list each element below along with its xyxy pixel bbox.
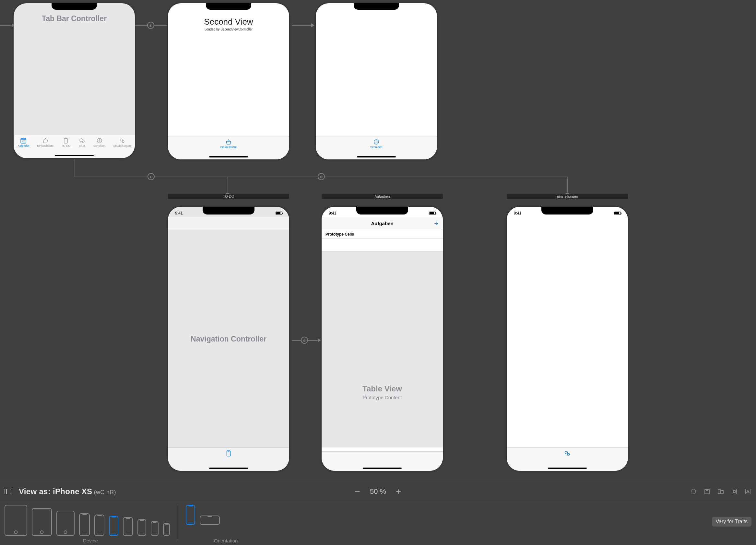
svg-rect-13 xyxy=(227,451,230,456)
scene-second-view[interactable]: Second View Loaded by SecondViewControll… xyxy=(168,3,289,160)
clipboard-icon xyxy=(225,450,232,457)
svg-point-17 xyxy=(691,489,696,494)
navigation-bar[interactable]: Aufgaben + xyxy=(322,217,443,230)
status-time: 9:41 xyxy=(175,211,183,216)
scene-navigation-controller[interactable]: TO DO 9:41 Navigation Controller xyxy=(168,194,289,472)
device-iphone-8[interactable] xyxy=(137,519,146,536)
device-ipad[interactable] xyxy=(56,511,75,536)
orientation-landscape[interactable] xyxy=(200,515,220,525)
segue-line xyxy=(567,177,568,193)
segue-relationship-icon[interactable]: ◐ xyxy=(148,173,155,180)
calendar-icon: 18 xyxy=(20,137,27,144)
segue-arrow xyxy=(311,23,314,27)
segue-relationship-icon[interactable]: ◐ xyxy=(301,337,308,344)
embed-in-button[interactable] xyxy=(703,488,711,495)
segue-relationship-icon[interactable]: ◐ xyxy=(318,173,325,180)
clipboard-icon xyxy=(62,137,69,144)
segue-line xyxy=(0,25,12,26)
resolve-constraints-button[interactable] xyxy=(744,488,751,495)
device-iphone-8-plus[interactable] xyxy=(123,517,133,536)
orientation-portrait[interactable] xyxy=(186,505,195,525)
tab-item-einkaufsliste[interactable]: Einkaufsliste xyxy=(37,137,53,158)
prototype-cell[interactable] xyxy=(322,239,443,252)
chat-icon xyxy=(78,137,86,144)
device-notch xyxy=(354,3,399,10)
svg-rect-20 xyxy=(721,491,723,493)
tab-label: Kalender xyxy=(18,144,29,148)
segue-line xyxy=(228,177,228,193)
device-iphone-xr[interactable] xyxy=(94,515,104,536)
tab-label: TO DO xyxy=(61,144,70,148)
scene-einstellungen[interactable]: Einstellungen 9:41 xyxy=(507,194,628,472)
update-frames-button[interactable] xyxy=(690,488,697,495)
device-notch xyxy=(206,3,251,10)
status-bar: 9:41 xyxy=(329,210,436,217)
tab-label: Chat xyxy=(79,144,85,148)
tab-label: Einstellungen xyxy=(113,144,131,148)
device-iphone-4s[interactable] xyxy=(163,523,170,536)
gears-icon xyxy=(564,450,571,457)
orientation-picker xyxy=(186,505,220,525)
storyboard-canvas[interactable]: ◐ ◐ ◐ ◐ Tab Bar Controller 18 Kalender E… xyxy=(0,0,756,482)
tab-label: Einkaufsliste xyxy=(37,144,53,148)
device-iphone-xs-max[interactable] xyxy=(79,513,90,536)
svg-rect-3 xyxy=(64,138,67,143)
device-group-label: Device xyxy=(83,538,98,543)
home-indicator xyxy=(209,468,248,469)
home-indicator xyxy=(209,156,248,158)
tab-item-einstellungen[interactable]: Einstellungen xyxy=(113,137,131,158)
scene-dock-title[interactable]: Einstellungen xyxy=(507,194,628,199)
device-iphone-xs[interactable] xyxy=(109,516,118,536)
svg-point-16 xyxy=(567,453,570,456)
segue-line xyxy=(292,25,311,26)
basket-icon xyxy=(225,138,232,146)
tab-label: Einkaufsliste xyxy=(220,146,237,149)
zoom-controls: − 50 % + xyxy=(355,486,401,497)
basket-icon xyxy=(42,137,49,144)
table-view-body[interactable]: Table View Prototype Content xyxy=(322,252,443,447)
add-constraints-button[interactable] xyxy=(731,488,738,495)
view-as-label[interactable]: View as: iPhone XS (wC hR) xyxy=(19,487,116,496)
scene-tabbar-controller[interactable]: Tab Bar Controller 18 Kalender Einkaufsl… xyxy=(14,3,135,158)
zoom-in-button[interactable]: + xyxy=(396,486,401,497)
svg-text:18: 18 xyxy=(22,140,25,143)
home-indicator xyxy=(55,155,94,156)
status-time: 9:41 xyxy=(329,211,336,216)
scene-aufgaben[interactable]: Aufgaben 9:41 Aufgaben + Prototype Cells… xyxy=(322,194,443,472)
zoom-out-button[interactable]: − xyxy=(355,486,360,497)
device-ipad-pro-11[interactable] xyxy=(32,508,52,536)
document-outline-toggle[interactable] xyxy=(5,489,11,494)
tab-item-kalender[interactable]: 18 Kalender xyxy=(18,137,29,158)
svg-text:€: € xyxy=(99,139,100,143)
tab-label: Schulden xyxy=(370,146,383,149)
add-button[interactable]: + xyxy=(434,220,438,227)
screen-subtitle: Loaded by SecondViewController xyxy=(168,28,289,31)
navigation-bar[interactable] xyxy=(168,217,289,230)
scene-dock-title[interactable]: Aufgaben xyxy=(322,194,443,199)
home-indicator xyxy=(357,156,396,158)
status-time: 9:41 xyxy=(514,211,521,216)
gears-icon xyxy=(119,137,126,144)
tableview-placeholder-subtitle: Prototype Content xyxy=(322,395,443,400)
tab-item-schulden[interactable]: € Schulden xyxy=(93,137,106,158)
nav-title: Aufgaben xyxy=(371,221,393,226)
device-ipad-pro-12[interactable] xyxy=(5,505,27,536)
device-notch xyxy=(52,3,97,10)
svg-point-15 xyxy=(565,451,568,454)
controller-placeholder-title: Tab Bar Controller xyxy=(14,14,135,23)
device-iphone-se[interactable] xyxy=(151,521,159,536)
orientation-group-label: Orientation xyxy=(214,538,238,543)
align-button[interactable] xyxy=(717,488,724,495)
svg-rect-19 xyxy=(718,490,720,493)
status-bar: 9:41 xyxy=(514,210,621,217)
device-configuration-bar: View as: iPhone XS (wC hR) − 50 % + xyxy=(0,482,756,545)
scene-dock-title[interactable]: TO DO xyxy=(168,194,289,199)
vary-for-traits-button[interactable]: Vary for Traits xyxy=(712,517,751,527)
svg-point-10 xyxy=(122,141,124,143)
svg-rect-23 xyxy=(733,491,735,492)
svg-point-9 xyxy=(120,139,122,141)
controller-placeholder-title: Navigation Controller xyxy=(168,334,289,343)
segue-relationship-icon[interactable]: ◐ xyxy=(147,22,154,29)
segue-line xyxy=(75,159,75,177)
scene-schulden[interactable]: € Schulden xyxy=(316,3,437,160)
